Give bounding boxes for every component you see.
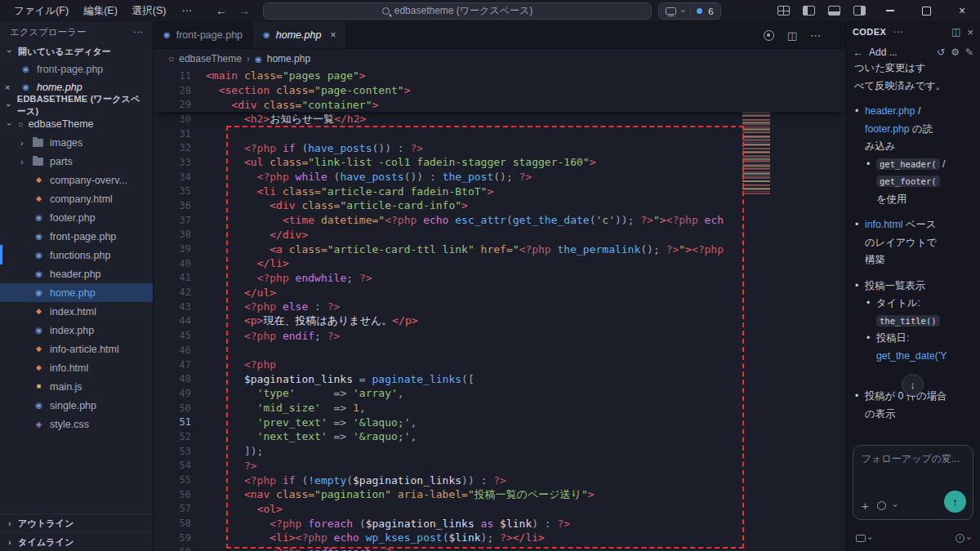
toggle-sidebar-icon[interactable]: [803, 6, 815, 16]
code-line-49[interactable]: 49 'type' => 'array',: [154, 386, 845, 401]
code-line-39[interactable]: 39 <a class="article-card-ttl link" href…: [154, 242, 845, 256]
file-company-overv...[interactable]: ◆company-overv...: [0, 171, 153, 189]
panel-split-icon[interactable]: ◫: [951, 26, 960, 38]
breadcrumb-root[interactable]: edbaseTheme: [179, 53, 242, 64]
code-line-53[interactable]: 53 ]);: [154, 444, 845, 459]
gear-icon[interactable]: ⚙: [951, 47, 960, 58]
file-main.js[interactable]: ■main.js: [0, 377, 153, 396]
code-line-37[interactable]: 37 <time datetime="<?php echo esc_attr(g…: [154, 213, 845, 228]
explorer-more-icon[interactable]: ⋯: [134, 26, 144, 38]
split-editor-icon[interactable]: ◫: [787, 29, 797, 42]
window-minimize-button[interactable]: [872, 0, 908, 21]
toggle-panel-icon[interactable]: [828, 6, 840, 16]
code-line-11[interactable]: 11<main class="pages page">: [154, 69, 845, 83]
code-line-41[interactable]: 41 <?php endwhile; ?>: [154, 271, 845, 286]
history-icon[interactable]: ↺: [937, 47, 945, 58]
code-line-43[interactable]: 43 <?php else : ?>: [154, 300, 845, 314]
file-front-page.php[interactable]: ◉front-page.php: [0, 227, 153, 246]
code-line-48[interactable]: 48 $pagination_links = paginate_links([: [154, 371, 845, 386]
mode-icon[interactable]: [877, 501, 886, 510]
code-line-54[interactable]: 54 ?>: [154, 459, 845, 473]
file-footer.php[interactable]: ◉footer.php: [0, 208, 153, 227]
file-index.html[interactable]: ◆index.html: [0, 302, 153, 321]
code-line-28[interactable]: 28 <section class="page-content">: [154, 83, 845, 98]
code-line-51[interactable]: 51 'prev_text' => '&laquo;',: [154, 415, 845, 429]
workspace-section[interactable]: › EDBASETHEME (ワークスペース): [0, 96, 153, 114]
code-line-55[interactable]: 55 <?php if (!empty($pagination_links)) …: [154, 473, 845, 487]
window-maximize-button[interactable]: [908, 0, 944, 21]
command-center-search[interactable]: edbasetheme (ワークスペース): [263, 2, 652, 20]
code-line-40[interactable]: 40 </li>: [154, 256, 845, 271]
code-line-52[interactable]: 52 'next_text' => '&raquo;',: [154, 429, 845, 444]
code-line-45[interactable]: 45 <?php endif; ?>: [154, 328, 845, 343]
file-parts[interactable]: ›parts: [0, 152, 153, 171]
file-single.php[interactable]: ◉single.php: [0, 396, 153, 415]
breadcrumb[interactable]: ○ edbaseTheme › ◉ home.php: [154, 49, 845, 69]
line-number: 52: [154, 431, 191, 442]
code-line-58[interactable]: 58 <?php foreach ($pagination_links as $…: [154, 516, 845, 531]
file-info.html[interactable]: ◆info.html: [0, 358, 153, 377]
codex-icon[interactable]: [764, 30, 774, 41]
thread-back-icon[interactable]: ←: [853, 47, 863, 59]
file-images[interactable]: ›images: [0, 133, 153, 152]
attach-plus-icon[interactable]: +: [862, 499, 869, 513]
menu-more-icon[interactable]: ⋯: [173, 5, 199, 16]
code-text: <?php: [206, 358, 276, 371]
code-line-56[interactable]: 56 <nav class="pagination" aria-label="投…: [154, 487, 845, 502]
code-line-38[interactable]: 38 </div>: [154, 228, 845, 242]
file-company.html[interactable]: ◆company.html: [0, 189, 153, 208]
open-editor-home[interactable]: × ◉ home.php: [0, 78, 153, 96]
code-line-60[interactable]: 60 <?php endforeach; ?>: [154, 545, 845, 551]
chevron-right-icon: ›: [20, 138, 24, 148]
file-home.php[interactable]: ◉home.php: [0, 283, 153, 302]
file-name: functions.php: [50, 250, 110, 261]
code-text: <?php endwhile; ?>: [206, 272, 372, 284]
scroll-to-bottom-button[interactable]: ↓: [902, 374, 924, 396]
code-line-29[interactable]: 29 <div class="container">: [154, 97, 845, 112]
code-line-57[interactable]: 57 <ol>: [154, 502, 845, 517]
breadcrumb-file[interactable]: home.php: [267, 53, 310, 64]
environment-selector[interactable]: ›: [856, 534, 871, 543]
open-editor-front-page[interactable]: ◉ front-page.php: [0, 60, 153, 78]
file-index.php[interactable]: ◉index.php: [0, 321, 153, 340]
tab-close-icon[interactable]: ×: [330, 29, 336, 41]
timeline-section[interactable]: › タイムライン: [0, 532, 153, 551]
code-line-44[interactable]: 44 <p>現在、投稿はありません。</p>: [154, 314, 845, 329]
layout-grid-icon[interactable]: [777, 6, 790, 16]
toggle-secondary-sidebar-icon[interactable]: [853, 6, 866, 16]
folder-edbaseTheme[interactable]: › ○ edbaseTheme: [0, 114, 153, 133]
tab-home[interactable]: ◉ home.php ×: [253, 21, 346, 48]
open-editor-name: home.php: [37, 82, 82, 93]
open-editors-section[interactable]: › 開いているエディター: [0, 42, 153, 60]
thread-title[interactable]: Add ...: [869, 47, 898, 58]
code-line-50[interactable]: 50 'mid_size' => 1,: [154, 401, 845, 415]
panel-more-icon[interactable]: ⋯: [893, 26, 902, 38]
editor-more-actions-icon[interactable]: ⋯: [810, 29, 821, 42]
code-line-47[interactable]: 47 <?php: [154, 358, 845, 372]
panel-close-icon[interactable]: ×: [967, 26, 973, 38]
file-style.css[interactable]: ◈style.css: [0, 415, 153, 433]
code-line-46[interactable]: 46: [154, 343, 845, 358]
outline-section[interactable]: › アウトライン: [0, 513, 153, 532]
code-line-42[interactable]: 42 </ul>: [154, 285, 845, 300]
remote-indicator-group[interactable]: › 6: [658, 2, 721, 20]
tab-front-page[interactable]: ◉ front-page.php: [154, 21, 253, 48]
menu-edit[interactable]: 編集(E): [76, 0, 125, 21]
menu-file[interactable]: ファイル(F): [7, 0, 76, 21]
history-forward-icon[interactable]: →: [238, 4, 250, 17]
history-back-icon[interactable]: ←: [216, 4, 227, 17]
window-close-button[interactable]: ×: [944, 0, 980, 21]
file-info-article.html[interactable]: ◆info-article.html: [0, 340, 153, 358]
new-chat-icon[interactable]: ✎: [965, 47, 973, 58]
chevron-down-icon[interactable]: ›: [891, 504, 900, 507]
file-header.php[interactable]: ◉header.php: [0, 264, 153, 283]
model-selector[interactable]: ›: [956, 534, 970, 543]
menu-selection[interactable]: 選択(S): [125, 0, 174, 21]
sticky-scroll[interactable]: 11<main class="pages page">28 <section c…: [154, 69, 845, 112]
code-line-59[interactable]: 59 <li><?php echo wp_kses_post($link); ?…: [154, 531, 845, 545]
codex-input-box[interactable]: フォローアップの変... + › ↑: [853, 445, 973, 520]
file-functions.php[interactable]: ◉functions.php: [0, 246, 153, 264]
send-button[interactable]: ↑: [944, 491, 966, 513]
codex-message-line: get_the_date('Y: [854, 348, 972, 366]
close-icon[interactable]: ×: [5, 82, 10, 92]
